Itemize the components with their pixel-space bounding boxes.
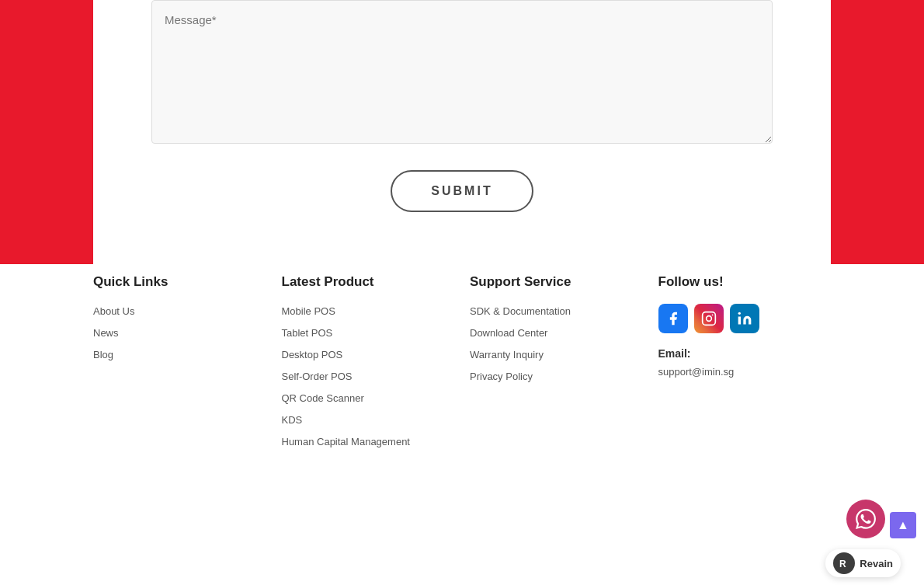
sdk-documentation-link[interactable]: SDK & Documentation: [470, 305, 571, 317]
list-item: QR Code Scanner: [282, 391, 455, 405]
form-container: SUBMIT: [136, 0, 788, 212]
hcm-link[interactable]: Human Capital Management: [282, 436, 410, 447]
list-item: Human Capital Management: [282, 434, 455, 448]
red-left-decoration: [0, 0, 93, 264]
list-item: Blog: [93, 347, 266, 361]
news-link[interactable]: News: [93, 327, 119, 339]
kds-link[interactable]: KDS: [282, 414, 303, 426]
desktop-pos-link[interactable]: Desktop POS: [282, 349, 343, 360]
qr-code-scanner-link[interactable]: QR Code Scanner: [282, 392, 364, 404]
list-item: Mobile POS: [282, 304, 455, 318]
list-item: Download Center: [470, 326, 643, 340]
back-to-top-button[interactable]: ▲: [890, 512, 916, 538]
svg-rect-0: [702, 312, 715, 326]
list-item: Self-Order POS: [282, 369, 455, 383]
latest-product-col: Latest Product Mobile POS Tablet POS Des…: [282, 274, 455, 456]
list-item: Privacy Policy: [470, 369, 643, 383]
quick-links-heading: Quick Links: [93, 274, 266, 290]
support-service-heading: Support Service: [470, 274, 643, 290]
whatsapp-button[interactable]: [846, 500, 885, 538]
red-right-decoration: [831, 0, 924, 264]
latest-product-heading: Latest Product: [282, 274, 455, 290]
submit-btn-wrapper: SUBMIT: [151, 170, 773, 212]
facebook-icon[interactable]: [658, 304, 688, 333]
message-textarea[interactable]: [151, 0, 773, 144]
list-item: KDS: [282, 413, 455, 427]
form-section: SUBMIT: [0, 0, 924, 243]
list-item: News: [93, 326, 266, 340]
quick-links-list: About Us News Blog: [93, 304, 266, 361]
list-item: Desktop POS: [282, 347, 455, 361]
footer-grid: Quick Links About Us News Blog Latest Pr…: [93, 274, 831, 456]
revain-widget[interactable]: R Revain: [825, 549, 901, 577]
list-item: SDK & Documentation: [470, 304, 643, 318]
blog-link[interactable]: Blog: [93, 349, 113, 360]
submit-button[interactable]: SUBMIT: [391, 170, 533, 212]
self-order-pos-link[interactable]: Self-Order POS: [282, 371, 353, 382]
instagram-icon[interactable]: [694, 304, 724, 333]
follow-col: Follow us!: [658, 274, 832, 456]
email-label: Email:: [658, 347, 832, 360]
revain-logo-icon: R: [833, 552, 855, 574]
latest-product-list: Mobile POS Tablet POS Desktop POS Self-O…: [282, 304, 455, 448]
support-service-col: Support Service SDK & Documentation Down…: [470, 274, 643, 456]
svg-text:R: R: [839, 559, 846, 569]
email-link[interactable]: support@imin.sg: [658, 366, 735, 378]
warranty-inquiry-link[interactable]: Warranty Inquiry: [470, 349, 544, 360]
svg-point-1: [706, 316, 711, 322]
footer: Quick Links About Us News Blog Latest Pr…: [0, 243, 924, 503]
linkedin-icon[interactable]: [730, 304, 759, 333]
revain-label: Revain: [860, 558, 893, 569]
social-icons: [658, 304, 832, 333]
download-center-link[interactable]: Download Center: [470, 327, 547, 339]
list-item: Tablet POS: [282, 326, 455, 340]
svg-point-4: [738, 312, 740, 315]
mobile-pos-link[interactable]: Mobile POS: [282, 305, 335, 317]
svg-rect-3: [738, 317, 740, 325]
follow-heading: Follow us!: [658, 274, 832, 290]
list-item: Warranty Inquiry: [470, 347, 643, 361]
privacy-policy-link[interactable]: Privacy Policy: [470, 371, 533, 382]
quick-links-col: Quick Links About Us News Blog: [93, 274, 266, 456]
list-item: About Us: [93, 304, 266, 318]
about-us-link[interactable]: About Us: [93, 305, 134, 317]
svg-point-2: [711, 315, 713, 316]
support-service-list: SDK & Documentation Download Center Warr…: [470, 304, 643, 383]
tablet-pos-link[interactable]: Tablet POS: [282, 327, 333, 339]
